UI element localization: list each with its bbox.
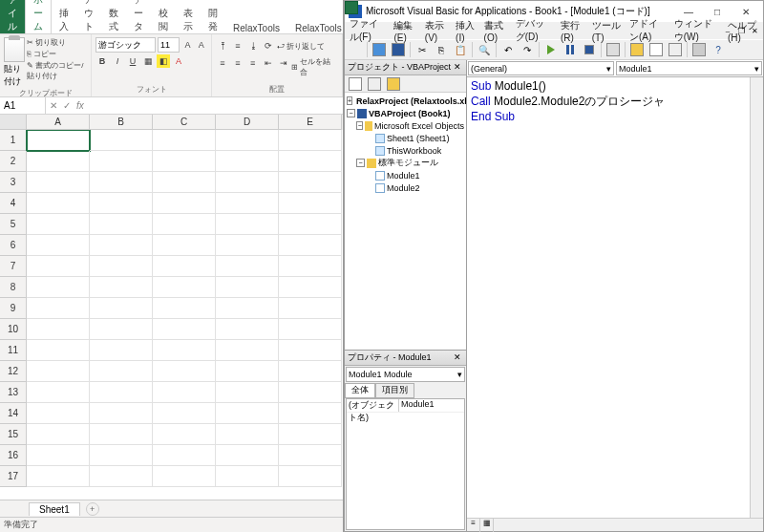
row-header[interactable]: 10	[0, 319, 27, 340]
tab-data[interactable]: データ	[126, 0, 151, 33]
cancel-icon[interactable]: ✕	[50, 100, 57, 111]
row-header[interactable]: 11	[0, 340, 27, 361]
cell[interactable]	[90, 424, 153, 445]
cell[interactable]	[153, 214, 216, 235]
cell[interactable]	[153, 151, 216, 172]
increase-indent-button[interactable]: ⇥	[277, 56, 290, 70]
cell[interactable]	[216, 172, 279, 193]
tab-insert[interactable]: 挿入	[52, 5, 76, 33]
cell[interactable]	[27, 445, 90, 466]
code-procedure-select[interactable]: Module1▾	[616, 61, 762, 75]
cell[interactable]	[90, 172, 153, 193]
toggle-folders-button[interactable]	[385, 75, 402, 93]
cell[interactable]	[279, 130, 342, 151]
tab-file[interactable]: ファイル	[0, 0, 25, 33]
cell[interactable]	[90, 319, 153, 340]
cell[interactable]	[279, 403, 342, 424]
tab-relaxtools2[interactable]: RelaxTools	[287, 21, 350, 33]
cell[interactable]	[279, 235, 342, 256]
cell[interactable]	[153, 256, 216, 277]
align-left-button[interactable]: ≡	[216, 56, 229, 70]
view-object-button[interactable]	[366, 75, 383, 93]
cell[interactable]	[27, 172, 90, 193]
cell[interactable]	[216, 319, 279, 340]
bold-button[interactable]: B	[96, 54, 109, 68]
cell[interactable]	[153, 445, 216, 466]
cut-button[interactable]: ✂ 切り取り	[27, 37, 87, 48]
row-header[interactable]: 14	[0, 403, 27, 424]
cell[interactable]	[90, 256, 153, 277]
cell[interactable]	[279, 424, 342, 445]
cell[interactable]	[27, 382, 90, 403]
row-header[interactable]: 5	[0, 214, 27, 235]
cell[interactable]	[216, 340, 279, 361]
col-header[interactable]: E	[279, 115, 342, 130]
tree-item-sheet1[interactable]: Sheet1 (Sheet1)	[387, 134, 450, 143]
tab-pagelayout[interactable]: ページ レイアウト	[76, 0, 101, 33]
expand-icon[interactable]: +	[347, 96, 352, 105]
cell[interactable]	[27, 340, 90, 361]
cell[interactable]	[153, 298, 216, 319]
select-all-corner[interactable]	[0, 115, 27, 130]
row-header[interactable]: 1	[0, 130, 27, 151]
cell[interactable]	[90, 130, 153, 151]
tree-item-std-modules[interactable]: 標準モジュール	[378, 157, 438, 169]
reset-button[interactable]	[581, 41, 598, 58]
cell[interactable]	[27, 214, 90, 235]
properties-object-select[interactable]: Module1 Module▾	[346, 367, 465, 382]
cell[interactable]	[216, 277, 279, 298]
cell[interactable]	[90, 277, 153, 298]
menu-debug[interactable]: デバッグ(D)	[513, 17, 556, 44]
collapse-icon[interactable]: −	[356, 159, 365, 167]
cell[interactable]	[90, 403, 153, 424]
merge-button[interactable]: ⊞ セルを結合	[291, 56, 338, 77]
cell[interactable]	[153, 361, 216, 382]
code-editor[interactable]: Sub Module1() Call Module2.Module2のプロシージ…	[467, 77, 750, 518]
row-header[interactable]: 16	[0, 445, 27, 466]
menu-edit[interactable]: 編集(E)	[391, 19, 419, 43]
copy-button[interactable]: ⎘	[433, 41, 450, 58]
collapse-icon[interactable]: −	[356, 121, 363, 130]
row-header[interactable]: 13	[0, 382, 27, 403]
enter-icon[interactable]: ✓	[63, 100, 71, 111]
code-object-select[interactable]: (General)▾	[468, 61, 614, 75]
cell[interactable]	[90, 151, 153, 172]
row-header[interactable]: 8	[0, 277, 27, 298]
font-name-select[interactable]: 游ゴシック	[96, 37, 156, 53]
break-button[interactable]	[562, 41, 579, 58]
menu-run[interactable]: 実行(R)	[558, 19, 587, 43]
tab-relaxtools1[interactable]: RelaxTools	[225, 21, 287, 33]
cell[interactable]	[90, 193, 153, 214]
cell[interactable]	[27, 256, 90, 277]
underline-button[interactable]: U	[126, 54, 139, 68]
border-button[interactable]: ▦	[141, 54, 155, 68]
cell[interactable]	[27, 235, 90, 256]
tree-item-module2[interactable]: Module2	[387, 183, 420, 193]
cell[interactable]	[279, 382, 342, 403]
decrease-font-button[interactable]: A	[196, 38, 207, 52]
menu-addins[interactable]: アドイン(A)	[626, 17, 669, 44]
increase-font-button[interactable]: A	[181, 38, 193, 52]
cell[interactable]	[216, 214, 279, 235]
cell[interactable]	[216, 256, 279, 277]
worksheet-grid[interactable]: A B C D E 1234567891011121314151617	[0, 115, 343, 500]
col-header[interactable]: A	[27, 115, 90, 130]
cell[interactable]	[279, 298, 342, 319]
cell[interactable]	[216, 193, 279, 214]
project-explorer-close-button[interactable]: ✕	[452, 62, 463, 74]
close-button[interactable]: ✕	[732, 3, 759, 20]
cell[interactable]	[279, 340, 342, 361]
cell[interactable]	[27, 151, 90, 172]
col-header[interactable]: B	[90, 115, 153, 130]
cell[interactable]	[27, 319, 90, 340]
italic-button[interactable]: I	[111, 54, 124, 68]
cell[interactable]	[279, 445, 342, 466]
menu-format[interactable]: 書式(O)	[481, 19, 511, 43]
row-header[interactable]: 9	[0, 298, 27, 319]
design-mode-button[interactable]	[605, 41, 622, 58]
cell[interactable]	[153, 193, 216, 214]
tab-review[interactable]: 校閲	[151, 5, 176, 33]
row-header[interactable]: 12	[0, 361, 27, 382]
mdi-restore-button[interactable]: ❐	[734, 25, 748, 37]
row-header[interactable]: 2	[0, 151, 27, 172]
